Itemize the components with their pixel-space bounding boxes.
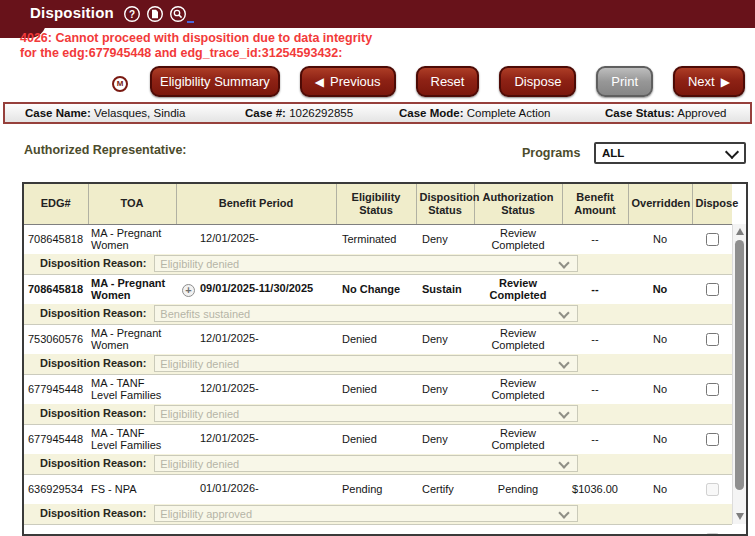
dispose-cell — [692, 374, 732, 404]
overridden-cell: No — [628, 524, 692, 536]
toa-cell: MA - Pregnant Women — [88, 324, 176, 354]
case-status-label: Case Status: — [605, 107, 675, 119]
scrollbar-thumb[interactable] — [735, 240, 744, 490]
next-button[interactable]: Next▶ — [673, 66, 745, 97]
disposition-status-cell: Decrease — [416, 524, 474, 536]
col-header-authorization-status: Authorization Status — [474, 184, 562, 224]
benefit-period-text: 12/01/2025- — [200, 332, 259, 344]
disposition-reason-cell: Disposition Reason:Eligibility denied — [24, 454, 732, 474]
benefit-period-text: 12/01/2025- — [200, 382, 259, 394]
toa-cell: FS - NPA — [88, 524, 176, 536]
document-icon[interactable] — [146, 5, 164, 23]
dispose-button[interactable]: Dispose — [499, 66, 576, 97]
disposition-reason-select[interactable]: Eligibility approved — [154, 505, 578, 522]
print-button[interactable]: Print — [596, 66, 653, 97]
disposition-reason-select-wrap: Benefits sustained — [154, 305, 578, 322]
disposition-reason-select[interactable]: Eligibility denied — [154, 405, 578, 422]
search-icon[interactable] — [169, 5, 187, 23]
dispose-cell — [692, 424, 732, 454]
col-header-overridden: Overridden — [628, 184, 692, 224]
scrollbar-down-arrow-icon[interactable] — [733, 510, 747, 523]
programs-select[interactable]: ALL — [594, 142, 746, 164]
disposition-reason-label: Disposition Reason: — [40, 357, 146, 369]
case-status-field: Case Status: Approved — [605, 107, 726, 119]
svg-text:?: ? — [129, 9, 135, 20]
benefit-period-cell: +12/01/2025- — [176, 424, 336, 454]
disposition-reason-row: Disposition Reason:Eligibility denied — [24, 454, 732, 474]
dispose-cell — [692, 224, 732, 254]
benefit-amount-cell: -- — [562, 324, 628, 354]
disposition-status-cell: Deny — [416, 324, 474, 354]
disposition-reason-select-wrap: Eligibility approved — [154, 505, 578, 522]
case-mode-field: Case Mode: Complete Action — [399, 107, 551, 119]
benefit-amount-cell: -- — [562, 274, 628, 304]
col-header-benefit-amount: Benefit Amount — [562, 184, 628, 224]
authorization-status-cell: Review Completed — [474, 374, 562, 404]
overridden-cell: No — [628, 424, 692, 454]
edg-number-cell: 708645818 — [24, 274, 88, 304]
benefit-period-cell: +12/01/2025- — [176, 224, 336, 254]
benefit-period-text: 12/01/2025- — [200, 432, 259, 444]
disposition-page: Disposition ? 4026: Cannot proceed with … — [0, 0, 755, 536]
col-header-toa: TOA — [88, 184, 176, 224]
table-row: 636929534 FS - NPA +10/01/2025-12/31/202… — [24, 524, 732, 536]
benefit-period-cell: +01/01/2026- — [176, 474, 336, 504]
authorization-status-cell: Pending — [474, 524, 562, 536]
disposition-reason-cell: Disposition Reason:Eligibility denied — [24, 404, 732, 424]
col-header-disposition-status: Disposition Status — [416, 184, 474, 224]
disposition-reason-select[interactable]: Eligibility denied — [154, 355, 578, 372]
edg-number-cell: 636929534 — [24, 524, 88, 536]
case-status-value: Approved — [677, 107, 726, 119]
disposition-reason-select[interactable]: Benefits sustained — [154, 305, 578, 322]
toa-cell: MA - TANF Level Families — [88, 374, 176, 404]
authorization-status-cell: Pending — [474, 474, 562, 504]
table-row: 753060576 MA - Pregnant Women +12/01/202… — [24, 324, 732, 354]
eligibility-summary-label: Eligibility Summary — [160, 74, 270, 89]
disposition-status-cell: Sustain — [416, 274, 474, 304]
scrollbar-up-arrow-icon[interactable] — [733, 225, 747, 238]
disposition-reason-cell: Disposition Reason:Eligibility approved — [24, 504, 732, 524]
edg-number-cell: 677945448 — [24, 424, 88, 454]
previous-button[interactable]: ◀Previous — [300, 66, 396, 97]
edg-number-cell: 636929534 — [24, 474, 88, 504]
dispose-checkbox[interactable] — [706, 483, 719, 496]
disposition-reason-row: Disposition Reason:Eligibility approved — [24, 504, 732, 524]
col-header-benefit-period: Benefit Period — [176, 184, 336, 224]
edg-number-cell: 753060576 — [24, 324, 88, 354]
reset-button[interactable]: Reset — [416, 66, 480, 97]
benefit-amount-cell: -- — [562, 224, 628, 254]
eligibility-summary-button[interactable]: Eligibility Summary — [150, 66, 280, 97]
expand-plus-icon[interactable]: + — [182, 284, 195, 297]
print-label: Print — [611, 74, 638, 89]
dispose-cell — [692, 274, 732, 304]
benefit-period-text: 10/01/2025-12/31/2025 — [200, 532, 314, 536]
help-icon[interactable]: ? — [123, 5, 141, 23]
dispose-checkbox[interactable] — [706, 433, 719, 446]
disposition-reason-select[interactable]: Eligibility denied — [154, 255, 578, 272]
case-info-bar: Case Name: Velasques, Sindia Case #: 102… — [3, 102, 752, 124]
dispose-checkbox[interactable] — [706, 233, 719, 246]
disposition-status-cell: Certify — [416, 474, 474, 504]
dispose-checkbox[interactable] — [706, 383, 719, 396]
cursor-underscore-artifact — [187, 21, 194, 23]
case-name-field: Case Name: Velasques, Sindia — [25, 107, 185, 119]
edg-number-cell: 677945448 — [24, 374, 88, 404]
dispose-checkbox[interactable] — [706, 283, 719, 296]
disposition-reason-select[interactable]: Eligibility denied — [154, 455, 578, 472]
case-name-value: Velasques, Sindia — [94, 107, 185, 119]
col-header-dispose: Dispose — [692, 184, 732, 224]
reset-label: Reset — [431, 74, 465, 89]
next-arrow-icon: ▶ — [721, 76, 730, 88]
col-header-eligibility-status: Eligibility Status — [336, 184, 416, 224]
titlebar: Disposition ? — [0, 0, 755, 28]
programs-label: Programs — [522, 146, 580, 160]
disposition-reason-row: Disposition Reason:Eligibility denied — [24, 354, 732, 374]
disposition-status-cell: Deny — [416, 224, 474, 254]
benefit-amount-cell: $1036.00 — [562, 524, 628, 536]
disposition-reason-label: Disposition Reason: — [40, 307, 146, 319]
disposition-reason-row: Disposition Reason:Eligibility denied — [24, 254, 732, 274]
dispose-checkbox[interactable] — [706, 333, 719, 346]
benefit-amount-cell: $1036.00 — [562, 474, 628, 504]
overridden-cell: No — [628, 274, 692, 304]
eligibility-status-cell: No Change — [336, 274, 416, 304]
